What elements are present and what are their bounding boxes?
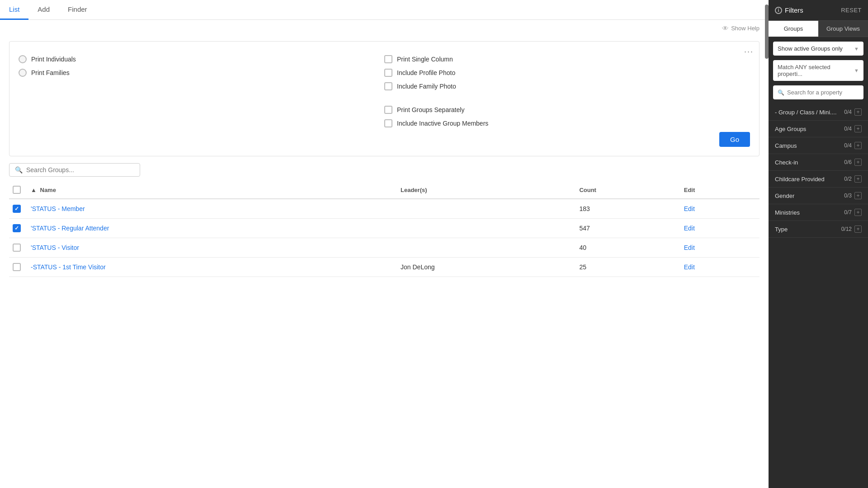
tab-add[interactable]: Add bbox=[28, 0, 59, 20]
filter-item[interactable]: Gender0/3+ bbox=[769, 188, 868, 204]
print-options: Print Individuals Print Families Print S… bbox=[19, 51, 750, 127]
col-count-label: Count bbox=[579, 187, 596, 193]
col-header-count: Count bbox=[576, 181, 680, 199]
header-checkbox[interactable] bbox=[13, 186, 21, 194]
filter-item-label: Gender bbox=[775, 192, 794, 199]
search-groups-input[interactable] bbox=[26, 166, 134, 174]
filter-plus-icon[interactable]: + bbox=[854, 125, 862, 132]
sidebar-tab-group-views[interactable]: Group Views bbox=[818, 21, 868, 37]
group-name-link[interactable]: 'STATUS - Member bbox=[31, 205, 85, 212]
go-btn-row: Go bbox=[19, 132, 750, 147]
tab-finder[interactable]: Finder bbox=[59, 0, 96, 20]
search-property-wrapper: 🔍 bbox=[773, 85, 863, 99]
print-families-radio[interactable]: Print Families bbox=[19, 69, 384, 77]
search-property-icon: 🔍 bbox=[778, 89, 784, 96]
include-inactive-members-checkbox[interactable]: Include Inactive Group Members bbox=[384, 119, 750, 127]
col-header-name[interactable]: ▲ Name bbox=[27, 181, 397, 199]
filter-plus-icon[interactable]: + bbox=[854, 142, 862, 149]
search-input-wrapper: 🔍 bbox=[9, 163, 140, 177]
active-groups-dropdown[interactable]: Show active Groups only ▼ bbox=[773, 42, 863, 56]
top-nav: List Add Finder bbox=[0, 0, 769, 20]
checkbox-profile-photo bbox=[384, 69, 392, 77]
print-card: ··· Print Individuals Print Families bbox=[9, 41, 760, 156]
group-edit-link[interactable]: Edit bbox=[684, 244, 695, 251]
print-single-column-checkbox[interactable]: Print Single Column bbox=[384, 55, 750, 63]
filter-item-label: Campus bbox=[775, 142, 797, 149]
show-help-bar: 👁 Show Help bbox=[0, 20, 769, 37]
filter-item-count: 0/6+ bbox=[844, 159, 862, 166]
print-left: Print Individuals Print Families bbox=[19, 51, 384, 127]
row-checkbox-checked[interactable] bbox=[13, 224, 21, 232]
radio-circle-families bbox=[19, 69, 27, 77]
row-checkbox-checked[interactable] bbox=[13, 205, 21, 213]
filter-item-count: 0/2+ bbox=[844, 175, 862, 183]
filter-icon: ℹ bbox=[775, 7, 782, 14]
search-icon: 🔍 bbox=[15, 166, 23, 174]
filter-count-value: 0/3 bbox=[844, 192, 852, 199]
filter-plus-icon[interactable]: + bbox=[854, 108, 862, 116]
group-leaders bbox=[397, 199, 576, 219]
col-name-label: Name bbox=[40, 187, 56, 193]
col-header-leaders: Leader(s) bbox=[397, 181, 576, 199]
include-profile-photo-checkbox[interactable]: Include Profile Photo bbox=[384, 69, 750, 77]
group-count: 183 bbox=[576, 199, 680, 219]
print-individuals-radio[interactable]: Print Individuals bbox=[19, 55, 384, 63]
checkbox-groups-separately bbox=[384, 106, 392, 114]
table-row: 'STATUS - Member183Edit bbox=[9, 199, 760, 219]
print-families-label: Print Families bbox=[31, 69, 70, 76]
active-groups-label: Show active Groups only bbox=[778, 45, 843, 52]
filter-item[interactable]: Type0/12+ bbox=[769, 221, 868, 238]
col-edit-label: Edit bbox=[684, 187, 695, 193]
group-edit-link[interactable]: Edit bbox=[684, 205, 695, 212]
filters-label: Filters bbox=[785, 6, 803, 14]
filter-plus-icon[interactable]: + bbox=[854, 209, 862, 216]
sidebar-tabs: Groups Group Views bbox=[769, 21, 868, 37]
filter-item[interactable]: Check-in0/6+ bbox=[769, 154, 868, 171]
filter-count-value: 0/12 bbox=[841, 226, 852, 232]
group-edit-link[interactable]: Edit bbox=[684, 225, 695, 232]
search-row: 🔍 bbox=[9, 163, 760, 177]
chevron-down-icon: ▼ bbox=[854, 46, 859, 52]
filter-item[interactable]: Ministries0/7+ bbox=[769, 204, 868, 221]
print-groups-separately-checkbox[interactable]: Print Groups Separately bbox=[384, 106, 750, 114]
filter-item[interactable]: Age Groups0/4+ bbox=[769, 121, 868, 137]
table-row: 'STATUS - Regular Attender547Edit bbox=[9, 219, 760, 238]
row-checkbox-unchecked[interactable] bbox=[13, 244, 21, 252]
filter-plus-icon[interactable]: + bbox=[854, 159, 862, 166]
group-leaders: Jon DeLong bbox=[397, 258, 576, 277]
group-name-link[interactable]: 'STATUS - Visitor bbox=[31, 244, 79, 251]
eye-icon: 👁 bbox=[722, 24, 729, 32]
filter-item-label: Ministries bbox=[775, 209, 800, 216]
col-header-edit: Edit bbox=[680, 181, 760, 199]
filter-item[interactable]: Campus0/4+ bbox=[769, 137, 868, 154]
search-property-input[interactable] bbox=[787, 89, 859, 96]
print-right: Print Single Column Include Profile Phot… bbox=[384, 51, 750, 127]
sidebar: ℹ Filters RESET Groups Group Views Show … bbox=[769, 0, 868, 488]
tab-list[interactable]: List bbox=[0, 0, 28, 20]
more-options-button[interactable]: ··· bbox=[744, 47, 754, 56]
sidebar-tab-groups[interactable]: Groups bbox=[769, 21, 818, 37]
filter-item-count: 0/4+ bbox=[844, 142, 862, 149]
match-label: Match ANY selected properti... bbox=[778, 64, 854, 77]
filter-plus-icon[interactable]: + bbox=[854, 175, 862, 183]
filter-item[interactable]: Childcare Provided0/2+ bbox=[769, 171, 868, 188]
row-checkbox-unchecked[interactable] bbox=[13, 263, 21, 271]
match-dropdown[interactable]: Match ANY selected properti... ▼ bbox=[773, 60, 863, 81]
group-name-link[interactable]: -STATUS - 1st Time Visitor bbox=[31, 263, 106, 271]
filter-count-value: 0/7 bbox=[844, 209, 852, 216]
include-family-photo-checkbox[interactable]: Include Family Photo bbox=[384, 82, 750, 90]
table-header-row: ▲ Name Leader(s) Count Edit bbox=[9, 181, 760, 199]
print-groups-separately-label: Print Groups Separately bbox=[397, 106, 464, 113]
group-leaders bbox=[397, 238, 576, 258]
filter-plus-icon[interactable]: + bbox=[854, 225, 862, 233]
filter-item-count: 0/4+ bbox=[844, 125, 862, 132]
filter-count-value: 0/4 bbox=[844, 109, 852, 115]
go-button[interactable]: Go bbox=[719, 132, 750, 147]
show-help-link[interactable]: Show Help bbox=[731, 25, 760, 32]
reset-button[interactable]: RESET bbox=[841, 7, 862, 14]
filter-plus-icon[interactable]: + bbox=[854, 192, 862, 199]
group-edit-link[interactable]: Edit bbox=[684, 263, 695, 271]
group-name-link[interactable]: 'STATUS - Regular Attender bbox=[31, 225, 109, 232]
filter-item[interactable]: - Group / Class / Mini....0/4+ bbox=[769, 104, 868, 121]
print-single-column-label: Print Single Column bbox=[397, 56, 453, 63]
